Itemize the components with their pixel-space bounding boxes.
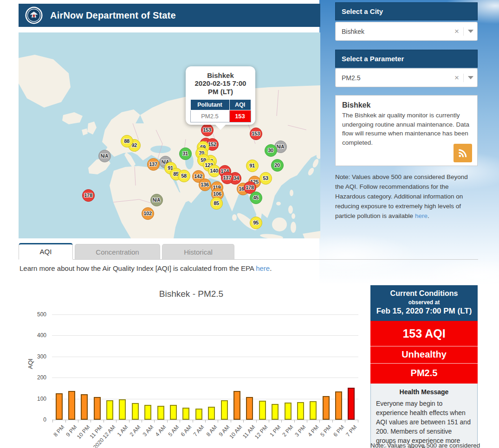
popup-city: Bishkek: [186, 71, 255, 79]
epa-link[interactable]: here: [256, 264, 270, 272]
map-marker[interactable]: 137: [147, 158, 160, 171]
popup-table: Pollutant AQI PM2.5 153: [190, 99, 251, 122]
map[interactable]: 9288N/AN/A137918558178N/A102311531151526…: [19, 32, 320, 238]
cc-header: Current Conditions observed at Feb 15, 2…: [370, 285, 478, 321]
bar[interactable]: [310, 401, 317, 420]
bar[interactable]: [182, 408, 189, 420]
chevron-down-icon[interactable]: [468, 30, 473, 33]
bar[interactable]: [94, 397, 101, 420]
gridline: [52, 335, 358, 336]
map-marker[interactable]: 153: [201, 124, 214, 136]
x-tick: [281, 420, 282, 422]
bar[interactable]: [285, 403, 292, 420]
popup-pollutant-value: PM2.5: [190, 110, 229, 122]
cc-aqi-value: 153 AQI: [370, 321, 478, 346]
bar[interactable]: [221, 400, 228, 420]
bar[interactable]: [195, 409, 202, 420]
map-marker[interactable]: 20: [271, 159, 284, 172]
bar[interactable]: [132, 403, 139, 420]
cc-health-section: Health Message Everyone may begin to exp…: [370, 384, 478, 448]
map-marker[interactable]: 91: [246, 160, 259, 172]
x-tick: [154, 420, 155, 422]
bar[interactable]: [56, 393, 63, 420]
gridline: [52, 314, 358, 315]
dos-seal-logo: [25, 6, 43, 24]
map-marker[interactable]: 88: [121, 135, 133, 147]
clear-icon[interactable]: ×: [454, 27, 459, 35]
select-separator: [463, 74, 464, 82]
cc-datetime: Feb 15, 2020 7:00 PM (LT): [373, 307, 475, 316]
bar[interactable]: [170, 405, 177, 420]
note-link[interactable]: here: [415, 212, 428, 219]
map-marker[interactable]: 30: [265, 144, 277, 157]
city-select-control[interactable]: Bishkek ×: [335, 22, 478, 41]
map-marker[interactable]: 58: [178, 170, 190, 182]
popup-col-aqi: AQI: [229, 100, 251, 110]
y-tick-label: 0: [28, 416, 46, 423]
x-tick: [116, 420, 117, 422]
bar[interactable]: [246, 397, 253, 420]
map-marker[interactable]: 178: [82, 189, 95, 202]
map-marker[interactable]: 136: [199, 179, 211, 191]
x-tick: [129, 420, 130, 422]
x-tick: [52, 420, 53, 422]
map-marker[interactable]: N/A: [150, 194, 163, 206]
bar[interactable]: [208, 407, 215, 420]
popup-aqi-value: 153: [229, 110, 251, 122]
x-tick: [167, 420, 168, 422]
bar[interactable]: [68, 391, 75, 420]
city-select-label: Select a City: [342, 7, 383, 15]
x-tick: [104, 420, 104, 422]
chevron-down-icon[interactable]: [468, 76, 473, 79]
map-marker[interactable]: 85: [210, 197, 223, 210]
x-tick: [205, 420, 206, 422]
notice-card: Bishkek The Bishkek air quality monitor …: [335, 95, 478, 166]
parameter-select-header: Select a Parameter: [335, 50, 478, 68]
tab-concentration[interactable]: Concentration: [75, 244, 160, 259]
parameter-select-label: Select a Parameter: [342, 55, 404, 63]
bar[interactable]: [144, 405, 151, 420]
cc-observed-label: observed at: [373, 299, 475, 306]
popup-datetime: 2020-02-15 7:00 PM (LT): [186, 79, 255, 96]
y-tick-label: 200: [28, 374, 46, 381]
bar[interactable]: [157, 406, 164, 420]
learn-more: Learn more about how the Air Quality Ind…: [19, 264, 272, 272]
cc-aqi-block: 153 AQI Unhealthy PM2.5: [370, 321, 478, 384]
map-marker[interactable]: 45: [250, 192, 262, 204]
map-marker[interactable]: N/A: [98, 150, 111, 162]
tab-aqi[interactable]: AQI: [19, 243, 73, 260]
map-marker[interactable]: 153: [250, 128, 262, 140]
map-marker[interactable]: 137: [221, 172, 233, 184]
bar[interactable]: [259, 401, 266, 420]
rss-icon[interactable]: [454, 144, 472, 162]
bar[interactable]: [119, 399, 126, 420]
x-tick: [358, 420, 358, 422]
bar[interactable]: [233, 391, 240, 420]
header-bar: AirNow Department of State: [19, 4, 320, 27]
map-marker[interactable]: 31: [179, 147, 192, 160]
clear-icon[interactable]: ×: [454, 74, 459, 82]
parameter-select-control[interactable]: PM2.5 ×: [335, 68, 478, 87]
cc-pollutant: PM2.5: [370, 364, 478, 384]
tab-bar: AQI Concentration Historical: [19, 243, 236, 260]
tab-historical[interactable]: Historical: [162, 244, 234, 259]
bar[interactable]: [297, 402, 304, 420]
bar[interactable]: [81, 394, 88, 420]
aqi-popup: Bishkek 2020-02-15 7:00 PM (LT) Pollutan…: [186, 66, 255, 125]
bar[interactable]: [335, 391, 342, 420]
bar[interactable]: [106, 400, 113, 420]
map-marker[interactable]: 53: [259, 172, 272, 185]
map-marker[interactable]: 102: [142, 207, 154, 220]
x-tick: [269, 420, 269, 422]
gridline: [52, 378, 358, 378]
bar[interactable]: [272, 404, 279, 420]
bar[interactable]: [348, 388, 355, 420]
x-tick: [294, 420, 295, 422]
bar[interactable]: [323, 396, 330, 420]
current-conditions-panel: Current Conditions observed at Feb 15, 2…: [370, 285, 478, 448]
map-marker[interactable]: 95: [250, 217, 262, 229]
aqi-note: Note: Values above 500 are considered Be…: [335, 173, 478, 221]
footer-note: Note: Values above 500 are considered Be…: [370, 442, 484, 448]
x-tick: [142, 420, 142, 422]
x-tick: [319, 420, 320, 422]
